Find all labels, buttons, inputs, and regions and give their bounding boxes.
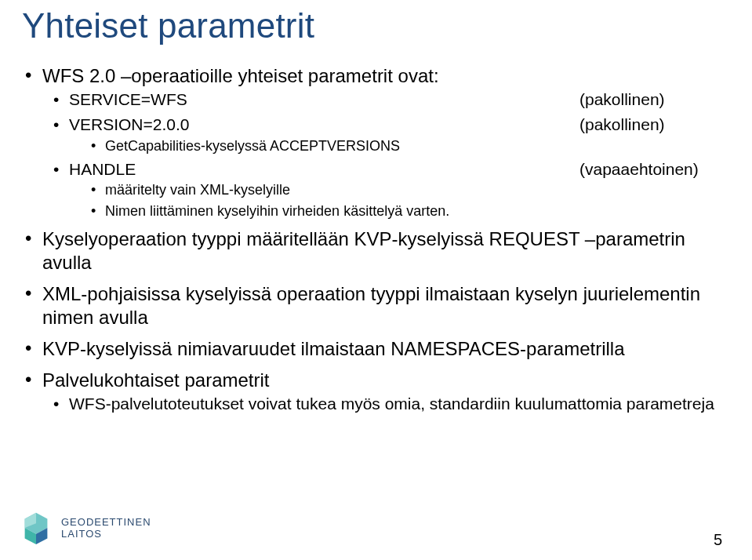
- page-title: Yhteiset parametrit: [22, 6, 721, 45]
- param-subnote: Nimen liittäminen kyselyihin virheiden k…: [69, 202, 721, 220]
- param-note: (vapaaehtoinen): [579, 159, 721, 180]
- param-subnote: GetCapabilities-kyselyssä ACCEPTVERSIONS: [69, 137, 721, 155]
- slide: Yhteiset parametrit WFS 2.0 –operaatioil…: [0, 0, 752, 560]
- param-note: (pakollinen): [579, 115, 721, 135]
- logo-text: GEODEETTINEN LAITOS: [61, 517, 151, 540]
- param-label: VERSION=2.0.0: [69, 115, 190, 135]
- param-note: (pakollinen): [579, 89, 721, 110]
- bullet-item: Palvelukohtaiset parametrit WFS-palvelut…: [22, 369, 721, 414]
- bullet-text: Palvelukohtaiset parametrit: [42, 369, 269, 391]
- bullet-text: WFS 2.0 –operaatioille yhteiset parametr…: [42, 65, 439, 86]
- bullet-list: WFS 2.0 –operaatioille yhteiset parametr…: [22, 64, 721, 415]
- logo: GEODEETTINEN LAITOS: [17, 508, 151, 549]
- bullet-item: XML-pohjaisissa kyselyissä operaation ty…: [22, 282, 721, 329]
- logo-icon: [17, 508, 55, 549]
- bullet-item: KVP-kyselyissä nimiavaruudet ilmaistaan …: [22, 337, 721, 361]
- bullet-item: WFS 2.0 –operaatioille yhteiset parametr…: [22, 64, 721, 220]
- param-item: SERVICE=WFS (pakollinen): [42, 89, 721, 110]
- param-item: HANDLE (vapaaehtoinen) määritelty vain X…: [42, 159, 721, 220]
- page-number: 5: [714, 531, 722, 549]
- sub-bullet: WFS-palvelutoteutukset voivat tukea myös…: [42, 394, 721, 414]
- param-item: VERSION=2.0.0 (pakollinen) GetCapabiliti…: [42, 115, 721, 155]
- param-label: SERVICE=WFS: [69, 89, 187, 110]
- bullet-item: Kyselyoperaation tyyppi määritellään KVP…: [22, 227, 721, 275]
- param-label: HANDLE: [69, 159, 136, 180]
- param-subnote: määritelty vain XML-kyselyille: [69, 181, 721, 199]
